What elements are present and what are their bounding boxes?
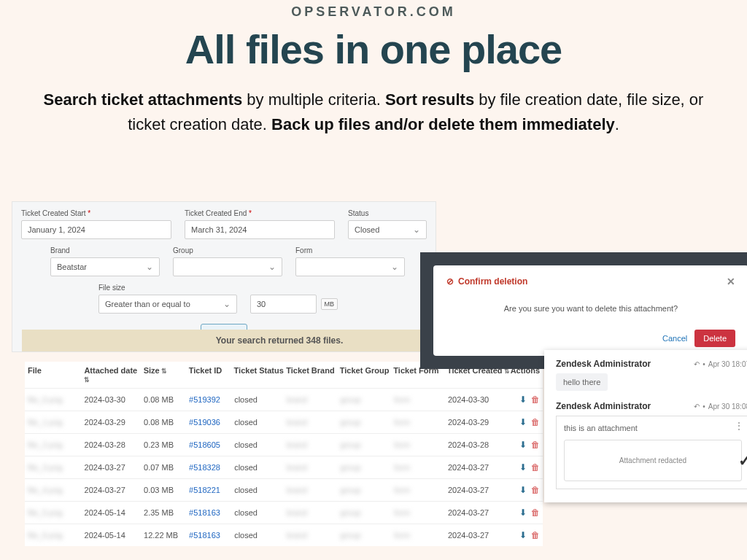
- cell-size: 0.23 MB: [144, 440, 189, 449]
- trash-icon[interactable]: 🗑: [531, 485, 540, 495]
- label-status: Status: [348, 209, 427, 217]
- attachment-name: this is an attachment: [564, 424, 742, 432]
- cell-ticket-created: 2024-03-27: [448, 508, 511, 517]
- cell-brand: brand: [287, 486, 341, 494]
- select-brand[interactable]: Beatstar: [50, 257, 160, 276]
- cell-ticket-id[interactable]: #519392: [189, 395, 234, 404]
- comment-author: Zendesk Administrator: [556, 359, 651, 369]
- check-icon: ✓: [738, 451, 747, 470]
- cell-ticket-created: 2024-03-27: [448, 486, 511, 494]
- table-row: file_0.png2024-03-300.08 MB#519392closed…: [25, 388, 543, 411]
- cell-attached: 2024-03-27: [85, 463, 144, 472]
- trash-icon[interactable]: 🗑: [531, 417, 540, 427]
- cell-brand: brand: [287, 463, 341, 472]
- cell-ticket-created: 2024-03-30: [448, 395, 511, 404]
- cell-form: form: [394, 418, 448, 427]
- download-icon[interactable]: ⬇: [519, 462, 527, 472]
- cell-group: group: [341, 418, 395, 427]
- cell-attached: 2024-03-29: [85, 418, 144, 427]
- cell-file: file_1.png: [28, 418, 85, 427]
- table-row: file_3.png2024-03-270.07 MB#518328closed…: [25, 456, 543, 478]
- cell-ticket-id[interactable]: #518328: [189, 463, 234, 472]
- table-row: file_4.png2024-03-270.03 MB#518221closed…: [25, 478, 543, 501]
- cell-file: file_4.png: [28, 486, 85, 494]
- select-status[interactable]: Closed: [348, 220, 427, 239]
- th-ticket-brand: Ticket Brand: [286, 366, 340, 384]
- confirm-delete-modal: Confirm deletion ✕ Are you sure you want…: [433, 265, 747, 356]
- trash-icon[interactable]: 🗑: [531, 394, 540, 405]
- cell-brand: brand: [287, 508, 341, 517]
- modal-body: Are you sure you want to delete this att…: [446, 287, 735, 330]
- download-icon[interactable]: ⬇: [519, 394, 527, 405]
- trash-icon[interactable]: 🗑: [531, 440, 540, 450]
- select-group[interactable]: [173, 257, 282, 276]
- label-brand: Brand: [50, 246, 160, 254]
- kebab-icon[interactable]: ⋮: [735, 421, 743, 431]
- th-file: File: [28, 366, 84, 384]
- cell-size: 12.22 MB: [144, 531, 189, 540]
- cell-form: form: [394, 440, 448, 449]
- cell-ticket-id[interactable]: #518163: [189, 531, 234, 540]
- download-icon[interactable]: ⬇: [519, 417, 527, 427]
- download-icon[interactable]: ⬇: [519, 530, 527, 540]
- cell-group: group: [341, 463, 395, 472]
- comment-time-1: • Apr 30 18:07: [694, 360, 747, 368]
- top-site-label: OPSERVATOR.COM: [0, 0, 747, 20]
- delete-button[interactable]: Delete: [694, 330, 735, 347]
- table-row: file_6.png2024-05-1412.22 MB#518163close…: [25, 524, 543, 546]
- label-start: Ticket Created Start: [21, 209, 171, 217]
- th-attached[interactable]: Attached date: [84, 366, 143, 384]
- cell-ticket-created: 2024-03-29: [448, 418, 511, 427]
- trash-icon[interactable]: 🗑: [531, 462, 540, 472]
- cell-ticket-id[interactable]: #518163: [189, 508, 234, 517]
- comment-msg-1: hello there: [556, 373, 608, 391]
- comment-time-2: • Apr 30 18:08: [694, 402, 747, 411]
- unit-badge: MB: [321, 298, 338, 310]
- cell-file: file_3.png: [28, 463, 85, 472]
- cell-form: form: [394, 486, 448, 494]
- input-end[interactable]: March 31, 2024: [185, 220, 335, 239]
- cell-form: form: [394, 395, 448, 404]
- cell-file: file_5.png: [28, 508, 85, 517]
- cell-attached: 2024-03-27: [85, 486, 144, 494]
- download-icon[interactable]: ⬇: [519, 485, 527, 495]
- download-icon[interactable]: ⬇: [519, 440, 527, 450]
- close-icon[interactable]: ✕: [727, 276, 735, 287]
- trash-icon[interactable]: 🗑: [531, 508, 540, 518]
- results-table: File Attached date Size Ticket ID Ticket…: [25, 362, 543, 546]
- cell-brand: brand: [287, 531, 341, 540]
- hero-subheading: Search ticket attachments by multiple cr…: [31, 88, 716, 137]
- cell-status: closed: [234, 531, 287, 540]
- table-row: file_2.png2024-03-280.23 MB#518605closed…: [25, 433, 543, 456]
- label-form: Form: [295, 246, 405, 254]
- cell-ticket-id[interactable]: #518221: [189, 486, 234, 494]
- th-ticket-id: Ticket ID: [189, 366, 234, 384]
- cell-brand: brand: [287, 418, 341, 427]
- cell-form: form: [394, 508, 448, 517]
- input-start[interactable]: January 1, 2024: [21, 220, 171, 239]
- label-filesize: File size: [98, 284, 237, 292]
- cell-status: closed: [234, 395, 287, 404]
- modal-title: Confirm deletion: [446, 276, 527, 287]
- cancel-button[interactable]: Cancel: [662, 330, 687, 347]
- cell-group: group: [341, 486, 395, 494]
- cell-brand: brand: [287, 395, 341, 404]
- download-icon[interactable]: ⬇: [519, 508, 527, 518]
- cell-ticket-created: 2024-03-27: [448, 531, 511, 540]
- cell-ticket-created: 2024-03-28: [448, 440, 511, 449]
- trash-icon[interactable]: 🗑: [531, 530, 540, 540]
- cell-size: 0.03 MB: [144, 486, 189, 494]
- select-filesize-op[interactable]: Greater than or equal to: [98, 295, 237, 314]
- attachment-redacted-box: Attachment redacted: [564, 440, 742, 481]
- cell-size: 0.08 MB: [144, 418, 189, 427]
- cell-size: 0.08 MB: [144, 395, 189, 404]
- select-form[interactable]: [295, 257, 405, 276]
- cell-attached: 2024-05-14: [85, 531, 144, 540]
- cell-ticket-id[interactable]: #518605: [189, 440, 234, 449]
- input-filesize-num[interactable]: 30: [250, 295, 317, 314]
- th-ticket-status: Ticket Status: [234, 366, 287, 384]
- cell-group: group: [341, 395, 395, 404]
- th-size[interactable]: Size: [144, 366, 189, 384]
- cell-status: closed: [234, 508, 287, 517]
- cell-ticket-id[interactable]: #519036: [189, 418, 234, 427]
